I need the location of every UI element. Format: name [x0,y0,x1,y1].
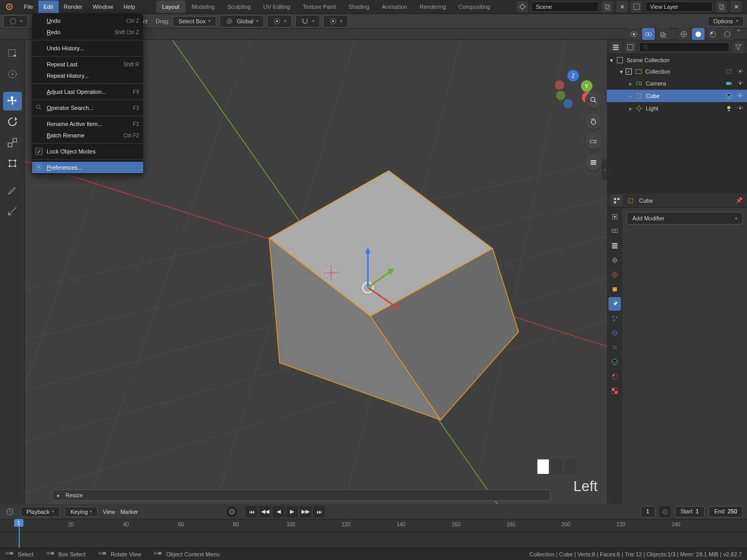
tree-collection[interactable]: ▾ ✓ Collection [607,66,747,77]
tool-transform[interactable] [3,154,22,173]
scene-name-field[interactable]: Scene [531,2,599,12]
copy-scene-icon[interactable] [602,1,613,12]
start-frame-field[interactable]: Start1 [675,506,704,517]
view-layer-field[interactable]: View Layer [645,2,713,12]
menu-help[interactable]: Help [118,1,141,13]
snap-toggle[interactable]: ▾ [295,15,320,27]
view-layer-icon[interactable] [631,1,642,12]
edit-menu-undo-history[interactable]: Undo History... [32,43,143,54]
edit-menu-rename-active-item[interactable]: Rename Active Item...F2 [32,118,143,130]
prop-tab-texture[interactable] [608,384,621,398]
tree-item-camera[interactable]: ▸Camera [607,77,747,90]
outliner-filter-popover[interactable] [732,41,744,53]
pan-icon[interactable] [585,113,602,129]
tool-scale[interactable] [3,133,22,152]
zoom-icon[interactable] [585,92,602,108]
prop-tab-constraint[interactable] [608,341,621,354]
close-scene-icon[interactable]: ✕ [616,1,628,12]
prop-tab-physics[interactable] [608,326,621,340]
tool-annotate[interactable] [3,181,22,200]
scene-icon[interactable] [517,1,528,12]
workspace-tab-animation[interactable]: Animation [376,1,413,13]
prop-tab-scene[interactable] [608,254,621,267]
edit-menu-lock-object-modes[interactable]: Lock Object Modes [32,146,143,157]
play-icon[interactable]: ▶ [286,506,298,517]
prop-tab-particle[interactable] [608,312,621,325]
timeline-editor-icon[interactable] [4,506,16,517]
shading-wireframe-icon[interactable] [677,28,690,40]
outliner-display-mode[interactable] [610,41,621,53]
shading-rendered-icon[interactable] [721,28,734,40]
workspace-tab-modeling[interactable]: Modeling [186,1,222,13]
next-key-icon[interactable]: ▶▶ [300,506,311,517]
prop-tab-mesh[interactable] [608,355,621,369]
prop-tab-object[interactable] [608,283,621,296]
prev-key-icon[interactable]: ◀◀ [259,506,271,517]
perspective-icon[interactable] [585,154,602,171]
shading-material-icon[interactable] [707,28,719,40]
tool-measure[interactable] [3,202,22,220]
proportional-edit[interactable]: ▾ [323,15,348,27]
timeline-view-menu[interactable]: View [103,509,115,515]
outliner-tree[interactable]: ▾ Scene Collection ▾ ✓ Collection ▸Camer… [607,54,747,193]
orientation-selector[interactable]: Global▾ [219,15,264,27]
workspace-tab-rendering[interactable]: Rendering [413,1,452,13]
workspace-tab-layout[interactable]: Layout [156,1,186,13]
prop-tab-output[interactable] [608,225,621,238]
sidebar-toggle[interactable]: ‹ [602,159,607,180]
drag-mode-selector[interactable]: Select Box▾ [173,16,217,26]
prop-tab-viewlayer[interactable] [608,239,621,253]
edit-menu-redo[interactable]: RedoShift Ctrl Z [32,26,143,38]
workspace-tab-texture-paint[interactable]: Texture Paint [296,1,342,13]
prop-tab-render[interactable] [608,210,621,223]
menu-file[interactable]: File [19,1,38,13]
play-reverse-icon[interactable]: ◀ [273,506,284,517]
workspace-tab-sculpting[interactable]: Sculpting [221,1,257,13]
tree-scene-collection[interactable]: ▾ Scene Collection [607,54,747,66]
outliner-filter-icon[interactable] [625,41,636,53]
edit-menu-operator-search[interactable]: Operator Search...F3 [32,102,143,114]
prop-tab-material[interactable] [608,370,621,383]
close-layer-icon[interactable]: ✕ [730,1,742,12]
frame-jump-icon[interactable] [659,506,671,517]
menu-render[interactable]: Render [59,1,88,13]
overlay-toggle-icon[interactable] [642,28,655,40]
camera-view-icon[interactable] [585,133,602,150]
edit-menu-repeat-last[interactable]: Repeat LastShift R [32,59,143,70]
edit-menu-undo[interactable]: UndoCtrl Z [32,15,143,26]
pivot-selector[interactable]: ▾ [267,15,292,27]
tool-move[interactable] [3,92,22,110]
tree-item-light[interactable]: ▸Light [607,102,747,115]
xray-toggle-icon[interactable] [657,28,669,40]
add-modifier-dropdown[interactable]: Add Modifier ▾ [627,212,743,225]
auto-key-icon[interactable] [226,506,238,517]
edit-menu-batch-rename[interactable]: Batch RenameCtrl F2 [32,130,143,141]
timeline-track[interactable]: 20406080100120140160180200220240 1 [0,520,747,548]
edit-menu-preferences[interactable]: Preferences... [32,162,143,173]
gizmo-visibility-icon[interactable] [628,28,640,40]
tool-select-box[interactable] [3,44,22,63]
timeline-marker-menu[interactable]: Marker [120,509,138,515]
tool-rotate[interactable] [3,113,22,131]
playback-menu[interactable]: Playback▾ [21,507,60,517]
current-frame-field[interactable]: 1 [641,506,655,517]
jump-end-icon[interactable]: ⏭ [313,506,325,517]
prop-tab-world[interactable] [608,268,621,282]
menu-edit[interactable]: Edit [38,1,59,13]
workspace-tab-compositing[interactable]: Compositing [452,1,496,13]
copy-layer-icon[interactable] [716,1,727,12]
end-frame-field[interactable]: End250 [709,506,743,517]
options-dropdown[interactable]: Options▾ [708,16,744,26]
editor-type-selector[interactable]: ▾ [3,15,28,27]
outliner-search[interactable] [639,43,729,52]
workspace-tab-shading[interactable]: Shading [342,1,376,13]
edit-menu-repeat-history[interactable]: Repeat History... [32,70,143,81]
keying-menu[interactable]: Keying▾ [65,507,98,517]
tool-cursor[interactable] [3,65,22,83]
shading-solid-icon[interactable] [692,28,704,40]
menu-window[interactable]: Window [88,1,118,13]
prop-tab-modifier[interactable] [608,297,621,311]
last-operator-panel[interactable]: Resize [52,489,550,501]
jump-start-icon[interactable]: ⏮ [246,506,257,517]
edit-menu-adjust-last-operation[interactable]: Adjust Last Operation...F9 [32,86,143,97]
